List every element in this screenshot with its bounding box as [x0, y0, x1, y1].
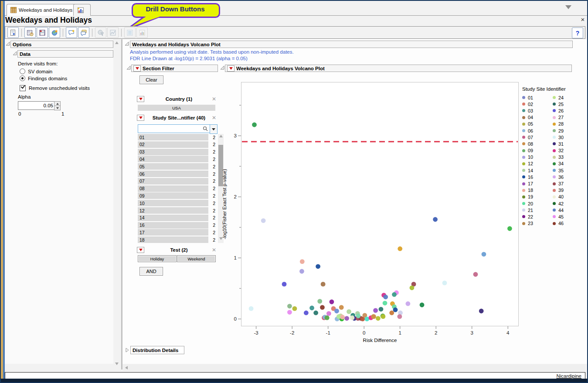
site-list-item-09[interactable]: 092: [138, 192, 215, 199]
data-disclosure-icon[interactable]: [13, 51, 17, 55]
site-list-item-05[interactable]: 052: [138, 163, 215, 170]
legend-item-28[interactable]: 28: [553, 121, 579, 127]
legend-item-34[interactable]: 34: [553, 161, 579, 167]
country-menu-icon[interactable]: [137, 96, 144, 102]
data-point[interactable]: [392, 292, 397, 297]
data-point[interactable]: [252, 123, 257, 127]
site-item-label[interactable]: 02: [138, 141, 208, 148]
data-point[interactable]: [347, 309, 351, 314]
data-point[interactable]: [479, 309, 484, 314]
legend-item-27[interactable]: 27: [553, 114, 579, 121]
data-point[interactable]: [309, 306, 314, 311]
legend-item-21[interactable]: 21: [522, 207, 548, 213]
site-item-label[interactable]: 17: [138, 229, 208, 236]
legend-item-37[interactable]: 37: [553, 180, 579, 187]
section-filter-header[interactable]: Section Filter: [131, 65, 218, 72]
legend-item-26[interactable]: 26: [553, 107, 579, 114]
site-item-label[interactable]: 14: [138, 215, 208, 221]
data-point[interactable]: [321, 282, 326, 287]
volcano-outer-disclosure-icon[interactable]: [125, 41, 129, 45]
section-filter-menu-icon[interactable]: [133, 65, 141, 72]
legend-item-24[interactable]: 24: [553, 94, 579, 101]
radio-findings-domains[interactable]: Findings domains: [20, 75, 67, 81]
site-item-label[interactable]: 06: [138, 171, 208, 177]
data-point[interactable]: [261, 218, 266, 223]
legend-item-45[interactable]: 45: [553, 213, 579, 220]
and-button[interactable]: AND: [139, 267, 163, 276]
data-point[interactable]: [433, 217, 438, 222]
site-item-label[interactable]: 10: [138, 200, 208, 206]
data-point[interactable]: [373, 308, 378, 313]
options-header[interactable]: Options: [10, 41, 113, 48]
site-item-label[interactable]: 09: [138, 192, 208, 199]
data-point[interactable]: [287, 304, 292, 308]
data-point[interactable]: [340, 315, 345, 320]
data-point[interactable]: [313, 311, 318, 315]
data-point[interactable]: [287, 310, 292, 315]
note-new-button[interactable]: [66, 27, 77, 38]
report-hscrollbar[interactable]: [123, 364, 585, 371]
data-point[interactable]: [507, 226, 512, 231]
data-point[interactable]: [379, 307, 384, 311]
data-point[interactable]: [398, 246, 402, 251]
legend-item-25[interactable]: 25: [553, 101, 579, 107]
legend-item-14[interactable]: 14: [522, 167, 548, 174]
data-point[interactable]: [381, 314, 386, 319]
options-scrollbar[interactable]: [113, 39, 120, 369]
distribution-details-disclosure-icon[interactable]: [126, 348, 129, 352]
distribution-details-header[interactable]: Distribution Details: [130, 346, 184, 354]
country-item-usa[interactable]: USA: [138, 105, 215, 111]
site-list-item-16[interactable]: 162: [138, 222, 215, 229]
data-point[interactable]: [389, 311, 394, 315]
legend-item-04[interactable]: 04: [522, 114, 548, 121]
data-point[interactable]: [405, 301, 410, 306]
data-point[interactable]: [304, 311, 309, 315]
volcano-inner-disclosure-icon[interactable]: [220, 65, 224, 69]
study-site-close-icon[interactable]: ✕: [212, 115, 217, 121]
alpha-input[interactable]: 0.05: [18, 101, 55, 110]
data-point[interactable]: [339, 305, 344, 310]
site-item-label[interactable]: 12: [138, 207, 208, 214]
clear-button[interactable]: Clear: [139, 75, 163, 84]
site-list-item-10[interactable]: 102: [138, 200, 215, 206]
test-option-weekend[interactable]: Weekend: [177, 255, 216, 262]
data-point[interactable]: [482, 252, 486, 256]
scroll-up-icon[interactable]: [115, 41, 119, 44]
data-point[interactable]: [350, 315, 355, 320]
close-icon[interactable]: ×: [579, 16, 587, 23]
data-point[interactable]: [320, 305, 325, 310]
legend-item-10[interactable]: 10: [522, 154, 548, 161]
site-item-label[interactable]: 05: [138, 163, 208, 170]
site-item-label[interactable]: 01: [138, 134, 208, 140]
data-point[interactable]: [299, 269, 304, 274]
study-site-search-input[interactable]: [138, 124, 210, 133]
scroll-down-icon[interactable]: [115, 362, 119, 365]
legend-item-02[interactable]: 02: [522, 101, 548, 107]
site-list-item-17[interactable]: 172: [138, 229, 215, 236]
site-item-label[interactable]: 03: [138, 149, 208, 155]
legend-item-08[interactable]: 08: [522, 140, 548, 147]
data-point[interactable]: [326, 311, 331, 316]
site-list-item-14[interactable]: 142: [138, 215, 215, 221]
alpha-spin-down[interactable]: [54, 106, 61, 110]
country-close-icon[interactable]: ✕: [212, 96, 217, 102]
legend-item-46[interactable]: 46: [553, 220, 579, 227]
data-point[interactable]: [383, 301, 387, 305]
legend-item-17[interactable]: 17: [522, 180, 548, 187]
legend-item-12[interactable]: 12: [522, 161, 548, 167]
legend-item-20[interactable]: 20: [522, 200, 548, 207]
data-point[interactable]: [334, 309, 339, 314]
site-item-label[interactable]: 18: [138, 236, 208, 243]
legend-item-03[interactable]: 03: [522, 107, 548, 114]
scroll-left-icon[interactable]: [125, 366, 128, 369]
data-point[interactable]: [316, 264, 320, 269]
data-point[interactable]: [249, 306, 254, 311]
legend-item-09[interactable]: 09: [522, 147, 548, 154]
legend-item-36[interactable]: 36: [553, 174, 579, 180]
site-list-item-07[interactable]: 072: [138, 178, 215, 185]
test-close-icon[interactable]: ✕: [212, 247, 217, 253]
data-point[interactable]: [371, 314, 376, 319]
site-list-item-03[interactable]: 032: [138, 149, 215, 155]
site-item-label[interactable]: 08: [138, 185, 208, 192]
remove-unscheduled-checkbox[interactable]: Remove unscheduled visits: [20, 85, 90, 91]
